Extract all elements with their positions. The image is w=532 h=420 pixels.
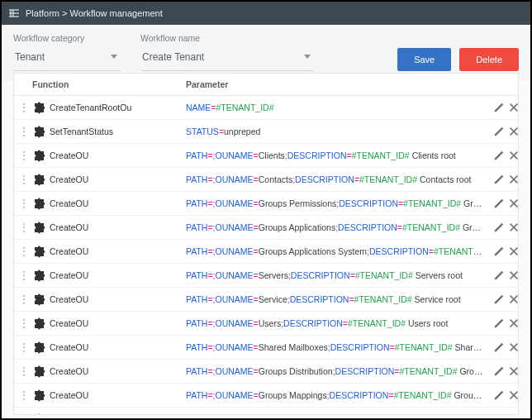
drag-handle-icon[interactable] xyxy=(19,177,27,182)
edit-icon[interactable] xyxy=(493,246,498,257)
function-name: CreateOU xyxy=(50,390,88,400)
function-name: CreateOU xyxy=(50,150,88,160)
drag-handle-icon[interactable] xyxy=(19,225,27,230)
function-name: CreateOU xyxy=(50,222,88,232)
workflow-category-value: Tenant xyxy=(15,51,45,63)
drag-handle-icon[interactable] xyxy=(19,105,27,110)
parameter-cell: PATH=;OUNAME=Shared Mailboxes;DESCRIPTIO… xyxy=(181,336,488,360)
edit-icon[interactable] xyxy=(493,341,498,353)
close-icon[interactable] xyxy=(508,246,513,257)
breadcrumb: Platform > Workflow management xyxy=(26,8,163,18)
delete-button[interactable]: Delete xyxy=(459,48,519,71)
puzzle-icon xyxy=(32,197,45,210)
puzzle-icon xyxy=(32,269,45,282)
col-header-function[interactable]: Function xyxy=(27,74,181,96)
table-row: CreateOUPATH=;OUNAME=Shared Mailboxes;DE… xyxy=(14,336,518,360)
edit-icon[interactable] xyxy=(493,389,498,401)
chevron-down-icon xyxy=(111,55,117,59)
function-name: SetTenantStatus xyxy=(50,126,113,136)
edit-icon[interactable] xyxy=(493,270,498,281)
drag-handle-icon[interactable] xyxy=(19,297,27,302)
drag-handle-icon[interactable] xyxy=(19,273,27,278)
drag-handle-icon[interactable] xyxy=(19,153,27,158)
puzzle-icon xyxy=(32,173,45,186)
table-row: CreateOUPATH=;OUNAME=Clients;DESCRIPTION… xyxy=(14,144,518,168)
table-row: CreateOUPATH=;OUNAME=Groups Applications… xyxy=(14,216,518,240)
save-button[interactable]: Save xyxy=(397,48,451,71)
table-row: CreateOUPATH=;OUNAME=Servers;DESCRIPTION… xyxy=(14,264,518,288)
function-name: CreateOU xyxy=(50,198,88,208)
table-row: CreateTenantRootOuNAME=#TENANT_ID# xyxy=(14,96,518,120)
table-row: SetTenantStatusSTATUS=unpreped xyxy=(14,120,518,144)
drag-handle-icon[interactable] xyxy=(19,393,27,398)
drag-handle-icon[interactable] xyxy=(19,369,27,374)
parameter-cell: PATH=;OUNAME=Groups Applications;DESCRIP… xyxy=(181,216,488,240)
close-icon[interactable] xyxy=(508,341,513,353)
parameter-cell: PATH=;OUNAME=Groups Mappings;DESCRIPTION… xyxy=(181,384,488,408)
menu-icon[interactable] xyxy=(8,8,20,18)
close-icon[interactable] xyxy=(508,294,513,305)
close-icon[interactable] xyxy=(508,150,513,161)
parameter-cell: NAME=#TENANT_ID# xyxy=(181,96,488,120)
close-icon[interactable] xyxy=(508,102,513,113)
drag-handle-icon[interactable] xyxy=(19,129,27,134)
function-name: CreateOU xyxy=(50,414,88,415)
workflow-category-select[interactable]: Tenant xyxy=(13,48,121,71)
function-name: CreateOU xyxy=(50,318,88,328)
close-icon[interactable] xyxy=(508,126,513,137)
close-icon[interactable] xyxy=(508,222,513,233)
parameter-cell: PATH=;OUNAME=Groups Distribution;DESCRIP… xyxy=(181,360,488,384)
close-icon[interactable] xyxy=(508,413,513,415)
drag-handle-icon[interactable] xyxy=(19,201,27,206)
puzzle-icon xyxy=(32,149,45,162)
close-icon[interactable] xyxy=(508,389,513,401)
function-name: CreateOU xyxy=(50,174,88,184)
table-row: CreateOUPATH=;OUNAME=Groups Filesystem;D… xyxy=(14,408,518,416)
function-name: CreateTenantRootOu xyxy=(50,103,131,112)
parameter-cell: PATH=;OUNAME=Clients;DESCRIPTION=#TENANT… xyxy=(181,144,488,168)
edit-icon[interactable] xyxy=(493,150,498,161)
table-row: CreateOUPATH=;OUNAME=Groups Mappings;DES… xyxy=(14,384,518,408)
puzzle-icon xyxy=(32,245,45,258)
workflow-steps-table: Function Parameter CreateTenantRootOuNAM… xyxy=(13,73,519,415)
drag-handle-icon[interactable] xyxy=(19,321,27,326)
edit-icon[interactable] xyxy=(493,294,498,305)
edit-icon[interactable] xyxy=(493,317,498,329)
parameter-cell: PATH=;OUNAME=Service;DESCRIPTION=#TENANT… xyxy=(181,288,488,312)
edit-icon[interactable] xyxy=(493,126,498,137)
close-icon[interactable] xyxy=(508,317,513,329)
close-icon[interactable] xyxy=(508,270,513,281)
puzzle-icon xyxy=(32,101,45,114)
edit-icon[interactable] xyxy=(493,222,498,233)
col-header-parameter[interactable]: Parameter xyxy=(181,74,488,96)
close-icon[interactable] xyxy=(508,198,513,209)
puzzle-icon xyxy=(32,389,45,402)
drag-handle-icon[interactable] xyxy=(19,249,27,254)
drag-handle-icon[interactable] xyxy=(19,345,27,350)
workflow-name-value: Create Tenant xyxy=(142,51,204,63)
edit-icon[interactable] xyxy=(493,198,498,209)
puzzle-icon xyxy=(32,293,45,306)
workflow-name-label: Workflow name xyxy=(140,33,314,43)
function-name: CreateOU xyxy=(50,366,88,376)
puzzle-icon xyxy=(32,341,45,354)
table-header-row: Function Parameter xyxy=(14,74,518,96)
edit-icon[interactable] xyxy=(493,413,498,415)
workflow-category-label: Workflow category xyxy=(13,33,121,43)
puzzle-icon xyxy=(32,413,45,415)
close-icon[interactable] xyxy=(508,174,513,185)
chevron-down-icon xyxy=(304,55,311,59)
edit-icon[interactable] xyxy=(493,174,498,185)
edit-icon[interactable] xyxy=(493,365,498,377)
parameter-cell: PATH=;OUNAME=Groups Filesystem;DESCRIPTI… xyxy=(181,408,488,416)
close-icon[interactable] xyxy=(508,365,513,377)
workflow-name-select[interactable]: Create Tenant xyxy=(140,48,314,71)
parameter-cell: PATH=;OUNAME=Users;DESCRIPTION=#TENANT_I… xyxy=(181,312,488,336)
puzzle-icon xyxy=(32,365,45,378)
app-header: Platform > Workflow management xyxy=(2,2,530,25)
puzzle-icon xyxy=(32,125,45,138)
table-row: CreateOUPATH=;OUNAME=Service;DESCRIPTION… xyxy=(14,288,518,312)
parameter-cell: PATH=;OUNAME=Servers;DESCRIPTION=#TENANT… xyxy=(181,264,488,288)
edit-icon[interactable] xyxy=(493,102,498,113)
table-row: CreateOUPATH=;OUNAME=Groups Permissions;… xyxy=(14,192,518,216)
